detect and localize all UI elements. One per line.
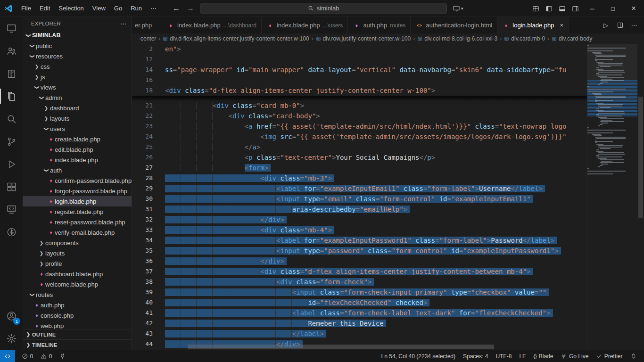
status-error[interactable]: 0 bbox=[19, 351, 36, 362]
tab-authentication-login-html[interactable]: <>authentication-login.html bbox=[411, 17, 497, 33]
code-line[interactable]: 27 <form> bbox=[132, 163, 587, 173]
activity-sponsor-icon[interactable] bbox=[0, 221, 23, 243]
close-button[interactable]: × bbox=[623, 0, 644, 17]
tree-item-auth-php[interactable]: ♦auth.php bbox=[23, 300, 132, 310]
code-line[interactable]: 28 <div class="mb-3"> bbox=[132, 173, 587, 183]
split-editor-icon[interactable] bbox=[614, 19, 626, 32]
code-line[interactable]: 35 <input type="password" class="form-co… bbox=[132, 246, 587, 256]
horizontal-scrollbar[interactable] bbox=[188, 345, 521, 349]
tree-item-routes[interactable]: ❯routes bbox=[23, 289, 132, 300]
tree-item-verify-email-blade-php[interactable]: ♦verify-email.blade.php bbox=[23, 227, 132, 238]
code-line[interactable]: 21 <div class="card mb-0"> bbox=[132, 100, 587, 111]
breadcrumb-item[interactable]: -center bbox=[139, 35, 156, 42]
tree-item-web-php[interactable]: ♦web.php bbox=[23, 321, 132, 329]
status-plug[interactable] bbox=[57, 351, 69, 362]
tree-item-register-blade-php[interactable]: ♦register.blade.php bbox=[23, 206, 132, 217]
menu-selection[interactable]: Selection bbox=[54, 2, 88, 15]
tree-item-resources[interactable]: ❯resources bbox=[23, 51, 132, 61]
breadcrumb-item[interactable]: div.row.justify-content-center.w-100 bbox=[316, 35, 411, 42]
prettier[interactable]: Prettier bbox=[593, 351, 625, 362]
minimize-button[interactable]: ─ bbox=[582, 0, 603, 17]
breadcrumb-item[interactable]: div.card.mb-0 bbox=[504, 35, 545, 42]
remote-indicator[interactable] bbox=[0, 350, 15, 362]
menu-go[interactable]: Go bbox=[110, 2, 126, 15]
activity-monitor-icon[interactable] bbox=[0, 17, 23, 40]
breadcrumb-item[interactable]: div.d-flex.align-items-center.justify-co… bbox=[163, 35, 309, 42]
toggle-sidebar-left-icon[interactable] bbox=[542, 2, 555, 15]
breadcrumb-item[interactable]: div.col-md-8.col-lg-6.col-xxl-3 bbox=[417, 35, 497, 42]
indentation[interactable]: Spaces: 4 bbox=[460, 351, 491, 362]
code-editor[interactable]: 2en">1214ss="page-wrapper" id="main-wrap… bbox=[132, 44, 644, 350]
code-line[interactable]: 2en"> bbox=[132, 44, 587, 54]
search-input[interactable]: siminlab bbox=[200, 3, 447, 14]
tab-er-php[interactable]: er.php bbox=[132, 17, 162, 33]
nav-back-icon[interactable]: ← bbox=[173, 4, 180, 13]
tab-index-blade-php[interactable]: ♦index.blade.php...\dashboard bbox=[162, 17, 262, 33]
code-line[interactable]: 32 </div> bbox=[132, 214, 587, 225]
tree-item-public[interactable]: ❯public bbox=[23, 41, 132, 51]
run-file-button[interactable]: ▷ bbox=[600, 19, 612, 32]
eol[interactable]: LF bbox=[516, 351, 528, 362]
code-line[interactable]: 16 bbox=[132, 75, 587, 85]
code-line[interactable]: 18<div class="d-flex align-items-center … bbox=[132, 85, 587, 96]
activity-explorer-icon[interactable] bbox=[0, 85, 23, 107]
tree-item-edit-blade-php[interactable]: ♦edit.blade.php bbox=[23, 144, 132, 155]
tab-index-blade-php[interactable]: ♦index.blade.php...\users bbox=[262, 17, 348, 33]
maximize-button[interactable]: □ bbox=[603, 0, 623, 17]
code-line[interactable]: 39 <input class="form-check-input primar… bbox=[132, 287, 587, 297]
tree-item-views[interactable]: ❯views bbox=[23, 82, 132, 92]
menu-run[interactable]: Run bbox=[126, 2, 146, 15]
code-line[interactable]: 30 <input type="email" class="form-contr… bbox=[132, 194, 587, 204]
notifications[interactable] bbox=[627, 351, 640, 362]
tree-item-css[interactable]: ❯css bbox=[23, 61, 132, 72]
code-line[interactable]: 26 <p class="text-center">Your Social Ca… bbox=[132, 152, 587, 163]
cursor-position[interactable]: Ln 54, Col 40 (2234 selected) bbox=[379, 351, 458, 362]
menu-[interactable]: ⋯ bbox=[146, 2, 161, 15]
code-line[interactable]: 41 <label class="form-check-label text-d… bbox=[132, 308, 587, 318]
activity-extensions-icon[interactable] bbox=[0, 175, 23, 198]
section-timeline[interactable]: ❯TIMELINE bbox=[23, 339, 132, 350]
activity-organization-icon[interactable] bbox=[0, 40, 23, 62]
tab-login-blade-php[interactable]: ♦login.blade.php× bbox=[497, 17, 569, 33]
vertical-scrollbar[interactable] bbox=[637, 44, 644, 350]
layout-grid-icon[interactable] bbox=[529, 2, 542, 15]
code-line[interactable]: 29 <label for="exampleInputEmail1" class… bbox=[132, 183, 587, 194]
status-warning[interactable]: 0 bbox=[38, 351, 55, 362]
code-line[interactable]: 40 id="flexCheckChecked" checked> bbox=[132, 297, 587, 308]
minimap[interactable] bbox=[587, 44, 637, 350]
tree-item-dashboard[interactable]: ❯dashboard bbox=[23, 103, 132, 113]
explorer-more-actions-icon[interactable]: ⋯ bbox=[120, 20, 127, 27]
code-line[interactable]: 34 <label for="exampleInputPassword1" cl… bbox=[132, 235, 587, 246]
tree-item-welcome-blade-php[interactable]: ♦welcome.blade.php bbox=[23, 279, 132, 289]
menu-view[interactable]: View bbox=[88, 2, 110, 15]
activity-search-icon[interactable] bbox=[0, 107, 23, 130]
tree-item-index-blade-php[interactable]: ♦index.blade.php bbox=[23, 155, 132, 165]
activity-source-control-icon[interactable] bbox=[0, 130, 23, 153]
activity-account-icon[interactable]: 1 bbox=[0, 304, 23, 327]
tab-close-icon[interactable]: × bbox=[560, 22, 563, 29]
tree-item-js[interactable]: ❯js bbox=[23, 72, 132, 82]
menu-file[interactable]: File bbox=[17, 2, 35, 15]
activity-run-debug-icon[interactable] bbox=[0, 153, 23, 175]
code-line[interactable]: 38 <div class="form-check"> bbox=[132, 277, 587, 287]
code-line[interactable]: 12 bbox=[132, 54, 587, 65]
toggle-panel-icon[interactable] bbox=[555, 2, 569, 15]
code-line[interactable]: 25 </a> bbox=[132, 142, 587, 152]
breadcrumb-item[interactable]: div.card-body bbox=[552, 35, 592, 42]
tree-item-auth[interactable]: ❯auth bbox=[23, 165, 132, 175]
tree-item-admin[interactable]: ❯admin bbox=[23, 92, 132, 103]
code-line[interactable]: 14ss="page-wrapper" id="main-wrapper" da… bbox=[132, 65, 587, 75]
tree-item-layouts[interactable]: ❯layouts bbox=[23, 248, 132, 258]
screencast-dropdown[interactable]: ▾ bbox=[453, 5, 463, 12]
language-mode[interactable]: {}Blade bbox=[530, 351, 556, 362]
nav-forward-icon[interactable]: → bbox=[187, 4, 194, 13]
activity-settings-gear-icon[interactable] bbox=[0, 327, 23, 350]
activity-book-icon[interactable] bbox=[0, 62, 23, 85]
code-line[interactable]: 23 <a href="{{ asset('template-admin/src… bbox=[132, 121, 587, 132]
tree-item-reset-password-blade-php[interactable]: ♦reset-password.blade.php bbox=[23, 217, 132, 227]
code-line[interactable]: 33 <div class="mb-4"> bbox=[132, 225, 587, 235]
tree-item-layouts[interactable]: ❯layouts bbox=[23, 113, 132, 123]
sticky-scroll[interactable]: 2en">1214ss="page-wrapper" id="main-wrap… bbox=[132, 44, 587, 96]
tree-item-profile[interactable]: ❯profile bbox=[23, 258, 132, 269]
tree-item-login-blade-php[interactable]: ♦login.blade.php bbox=[23, 196, 132, 206]
